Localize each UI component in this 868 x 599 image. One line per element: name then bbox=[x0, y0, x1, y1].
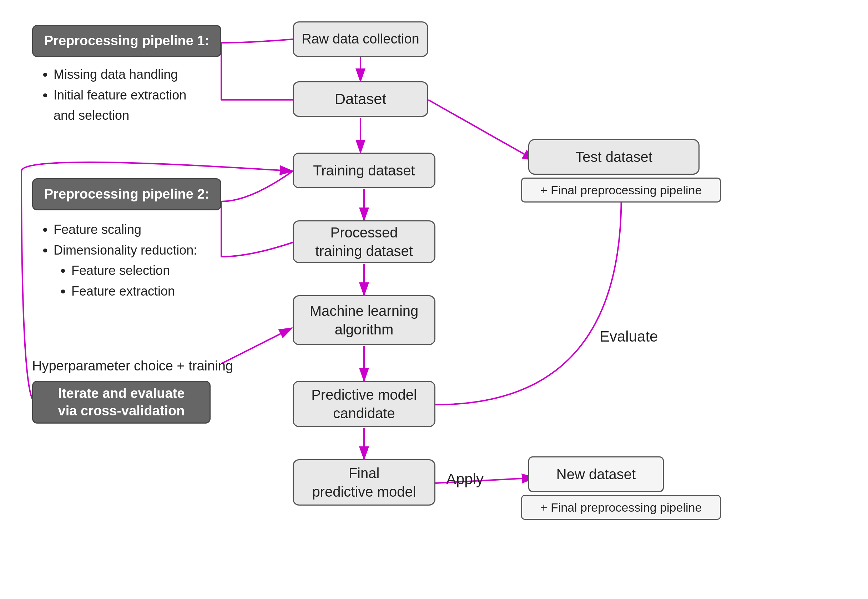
diagram-container: Raw data collection Dataset Training dat… bbox=[0, 0, 868, 599]
new-pipeline-box: + Final preprocessing pipeline bbox=[521, 495, 721, 520]
dataset-box: Dataset bbox=[293, 81, 428, 117]
training-dataset-box: Training dataset bbox=[293, 153, 435, 188]
evaluate-label: Evaluate bbox=[599, 328, 658, 345]
iterate-box: Iterate and evaluate via cross-validatio… bbox=[32, 381, 211, 424]
predictive-model-box: Predictive model candidate bbox=[293, 381, 435, 427]
new-dataset-box: New dataset bbox=[528, 456, 664, 492]
svg-line-4 bbox=[428, 100, 535, 161]
pipeline2-box: Preprocessing pipeline 2: bbox=[32, 178, 221, 210]
test-pipeline-box: + Final preprocessing pipeline bbox=[521, 178, 721, 203]
final-model-box: Final predictive model bbox=[293, 459, 435, 506]
ml-algorithm-box: Machine learning algorithm bbox=[293, 295, 435, 345]
pipeline1-bullets: Missing data handling Initial feature ex… bbox=[39, 64, 186, 126]
raw-data-box: Raw data collection bbox=[293, 21, 428, 57]
pipeline2-bullets: Feature scaling Dimensionality reduction… bbox=[39, 219, 197, 301]
apply-label: Apply bbox=[446, 471, 484, 488]
processed-training-box: Processed training dataset bbox=[293, 220, 435, 263]
hyperparameter-label: Hyperparameter choice + training bbox=[32, 358, 233, 374]
pipeline1-box: Preprocessing pipeline 1: bbox=[32, 25, 221, 57]
test-dataset-box: Test dataset bbox=[528, 139, 699, 175]
